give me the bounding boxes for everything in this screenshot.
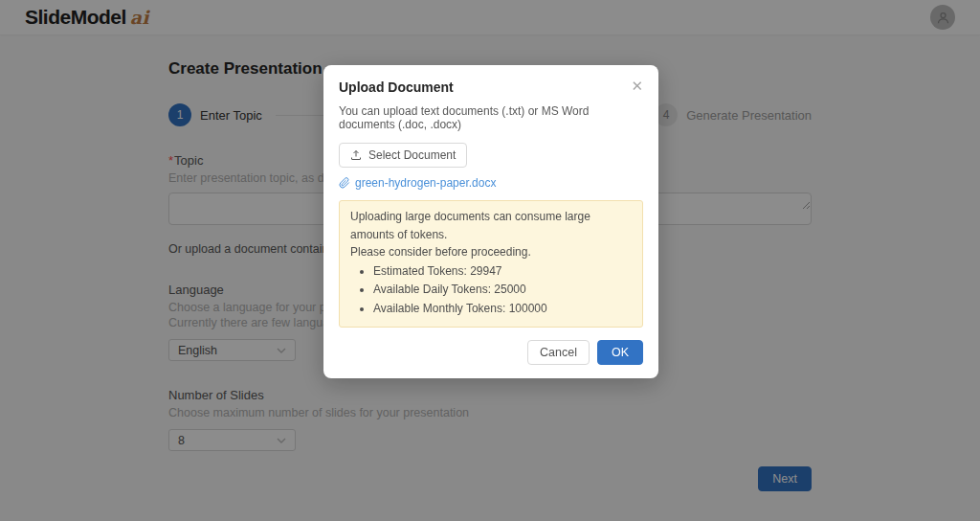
- cancel-button[interactable]: Cancel: [527, 340, 590, 365]
- paperclip-icon: [339, 177, 350, 189]
- upload-icon: [350, 149, 362, 161]
- warning-line1: Uploading large documents can consume la…: [350, 208, 632, 243]
- warning-item-daily: Available Daily Tokens: 25000: [373, 281, 632, 299]
- token-warning-list: Estimated Tokens: 29947 Available Daily …: [373, 262, 632, 318]
- warning-item-estimated: Estimated Tokens: 29947: [373, 262, 632, 281]
- modal-description: You can upload text documents (.txt) or …: [339, 104, 643, 131]
- upload-document-modal: Upload Document ✕ You can upload text do…: [323, 65, 658, 378]
- warning-line2: Please consider before proceeding.: [350, 243, 632, 261]
- select-document-button[interactable]: Select Document: [339, 143, 467, 168]
- modal-title: Upload Document: [339, 79, 454, 95]
- uploaded-file-link[interactable]: green-hydrogen-paper.docx: [339, 176, 643, 190]
- token-warning-alert: Uploading large documents can consume la…: [339, 200, 643, 328]
- close-icon[interactable]: ✕: [631, 79, 643, 93]
- warning-item-monthly: Available Monthly Tokens: 100000: [373, 300, 632, 318]
- uploaded-file-name: green-hydrogen-paper.docx: [355, 176, 496, 190]
- select-document-label: Select Document: [368, 148, 456, 162]
- ok-button[interactable]: OK: [597, 340, 643, 365]
